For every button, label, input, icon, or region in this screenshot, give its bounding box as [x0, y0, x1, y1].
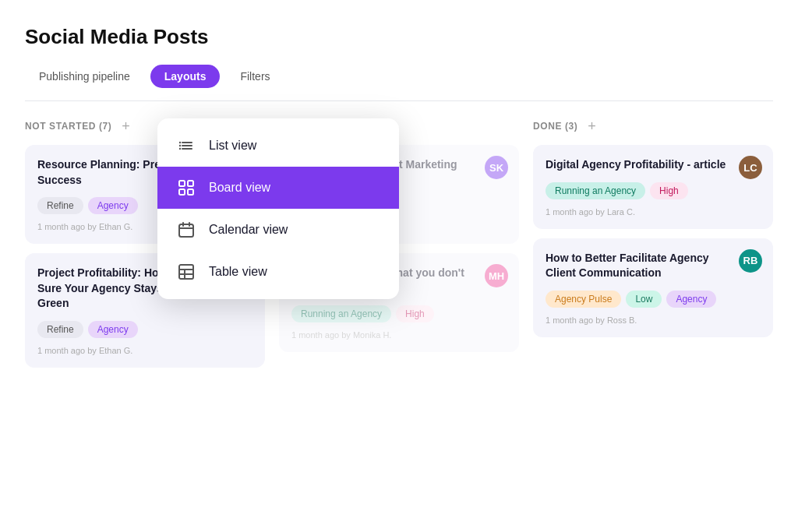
svg-rect-6 [179, 181, 185, 186]
board-icon [176, 178, 196, 198]
layout-dropdown: List view Board view [157, 118, 399, 299]
svg-rect-7 [188, 181, 193, 186]
table-icon [176, 262, 196, 282]
column-title-not-started: NOT STARTED (7) [25, 121, 111, 132]
card-2-meta: 1 month ago by Ethan G. [37, 346, 252, 355]
avatar-card-4: MH [485, 264, 508, 287]
svg-rect-8 [179, 189, 185, 195]
dropdown-item-calendar[interactable]: Calendar view [157, 209, 399, 251]
tab-filters[interactable]: Filters [226, 65, 284, 88]
tag-running-2: Running an Agency [546, 182, 645, 199]
svg-point-4 [179, 145, 181, 146]
tab-publishing[interactable]: Publishing pipeline [25, 65, 144, 88]
column-done: DONE (3) + LC Digital Agency Profitabili… [533, 118, 773, 377]
tag-high-2: High [650, 182, 688, 199]
svg-rect-10 [179, 224, 193, 237]
tag-agency-3: Agency [666, 291, 716, 308]
card-2-tags: Refine Agency [37, 321, 252, 338]
dropdown-list-label: List view [209, 139, 256, 153]
card-6-tags: Agency Pulse Low Agency [546, 291, 761, 308]
tag-agency-pulse: Agency Pulse [546, 291, 621, 308]
avatar-card-3: SK [485, 156, 508, 179]
card-4-meta: 1 month ago by Monika H. [291, 330, 507, 340]
dropdown-item-board[interactable]: Board view [157, 167, 399, 209]
avatar-card-5: LC [739, 156, 762, 179]
tag-high: High [396, 305, 434, 322]
page-wrapper: Social Media Posts Publishing pipeline L… [0, 0, 798, 396]
tab-bar: Publishing pipeline Layouts Filters [25, 65, 773, 101]
dropdown-item-list[interactable]: List view [157, 125, 399, 167]
card-6-title: How to Better Facilitate Agency Client C… [546, 251, 761, 281]
board-area: NOT STARTED (7) + EG Resource Planning: … [25, 118, 773, 377]
card-6[interactable]: RB How to Better Facilitate Agency Clien… [533, 238, 773, 337]
card-5[interactable]: LC Digital Agency Profitability - articl… [533, 145, 773, 229]
tag-agency: Agency [88, 197, 138, 214]
column-header-done: DONE (3) + [533, 118, 773, 134]
tag-refine: Refine [37, 197, 83, 214]
svg-rect-14 [179, 265, 193, 279]
dropdown-calendar-label: Calendar view [209, 223, 288, 237]
column-add-done[interactable]: + [584, 118, 599, 134]
svg-rect-9 [188, 189, 193, 195]
page-title: Social Media Posts [25, 25, 773, 49]
svg-point-3 [179, 142, 181, 143]
tag-refine-2: Refine [37, 321, 83, 338]
column-add-not-started[interactable]: + [118, 118, 133, 134]
calendar-icon [176, 220, 196, 240]
tab-layouts[interactable]: Layouts [150, 65, 221, 88]
dropdown-table-label: Table view [209, 265, 267, 279]
card-5-tags: Running an Agency High [546, 182, 761, 199]
card-5-meta: 1 month ago by Lara C. [546, 207, 761, 217]
tag-running-agency: Running an Agency [291, 305, 391, 322]
card-5-title: Digital Agency Profitability - article [546, 157, 761, 173]
dropdown-board-label: Board view [209, 181, 270, 195]
dropdown-item-table[interactable]: Table view [157, 251, 399, 293]
card-4-tags: Running an Agency High [291, 305, 507, 322]
list-icon [176, 136, 196, 156]
card-6-meta: 1 month ago by Ross B. [546, 315, 761, 325]
svg-point-5 [179, 148, 181, 150]
tag-agency-2: Agency [88, 321, 138, 338]
avatar-card-6: RB [739, 249, 762, 273]
tag-low: Low [626, 291, 662, 308]
column-title-done: DONE (3) [533, 121, 577, 132]
